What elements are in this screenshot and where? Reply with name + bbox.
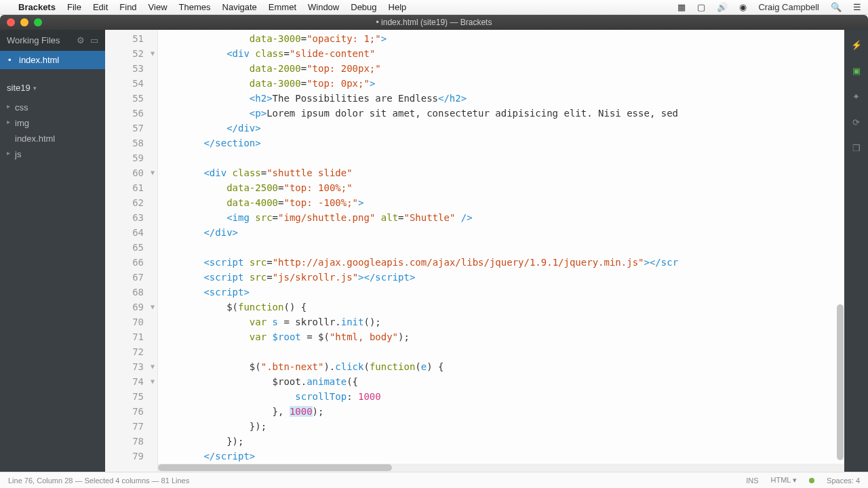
line-gutter: 5152▼5354555657585960▼616263646566676869…: [105, 30, 158, 472]
fold-marker-icon[interactable]: ▼: [151, 165, 155, 180]
film-icon[interactable]: ▦: [677, 2, 686, 12]
gear-icon[interactable]: ⚙: [77, 35, 85, 45]
fold-marker-icon[interactable]: ▼: [151, 46, 155, 61]
app-menu[interactable]: Brackets: [18, 2, 56, 12]
live-preview-icon[interactable]: ⚡: [850, 38, 863, 52]
project-dropdown[interactable]: site19 ▾: [0, 76, 105, 100]
menu-file[interactable]: File: [67, 2, 81, 12]
working-files-header: Working Files ⚙ ▭: [0, 30, 105, 51]
scrollbar-vertical[interactable]: [836, 30, 844, 464]
menu-help[interactable]: Help: [389, 2, 407, 12]
code-editor[interactable]: 5152▼5354555657585960▼616263646566676869…: [105, 30, 844, 472]
split-icon[interactable]: ▭: [90, 35, 98, 45]
tree-item-index-html[interactable]: index.html: [0, 131, 105, 146]
right-toolbar: ⚡ ▣ ✦ ⟳ ❒: [844, 30, 868, 472]
notifications-icon[interactable]: ☰: [853, 2, 861, 12]
menu-window[interactable]: Window: [308, 2, 339, 12]
project-name: site19: [7, 83, 31, 93]
menu-find[interactable]: Find: [119, 2, 136, 12]
user-name[interactable]: Craig Campbell: [758, 2, 819, 12]
wifi-icon[interactable]: ◉: [739, 2, 747, 12]
fold-marker-icon[interactable]: ▼: [151, 374, 155, 389]
tree-item-js[interactable]: js: [0, 146, 105, 162]
status-insert-mode[interactable]: INS: [746, 476, 758, 485]
menu-emmet[interactable]: Emmet: [269, 2, 296, 12]
scrollbar-horizontal[interactable]: [158, 464, 844, 472]
status-language[interactable]: HTML ▾: [770, 476, 797, 485]
fold-marker-icon[interactable]: ▼: [151, 300, 155, 314]
tree-item-css[interactable]: css: [0, 100, 105, 115]
spotlight-icon[interactable]: 🔍: [831, 2, 842, 12]
sidebar: Working Files ⚙ ▭ index.html site19 ▾ cs…: [0, 30, 105, 472]
status-cursor-info: Line 76, Column 28 — Selected 4 columns …: [8, 476, 189, 485]
menu-debug[interactable]: Debug: [351, 2, 376, 12]
menu-navigate[interactable]: Navigate: [222, 2, 257, 12]
window-titlebar: • index.html (site19) — Brackets: [0, 15, 868, 30]
code-area[interactable]: data-3000="opacity: 1;"> <div class="sli…: [158, 30, 844, 472]
menu-view[interactable]: View: [149, 2, 167, 12]
menu-edit[interactable]: Edit: [93, 2, 108, 12]
extension-star-icon[interactable]: ✦: [850, 89, 863, 103]
fold-marker-icon[interactable]: ▼: [151, 359, 155, 374]
extension-sync-icon[interactable]: ⟳: [850, 115, 863, 129]
working-files-label: Working Files: [7, 35, 60, 45]
window-title: • index.html (site19) — Brackets: [0, 18, 868, 27]
tree-item-img[interactable]: img: [0, 115, 105, 131]
extension-lego-icon[interactable]: ▣: [850, 64, 863, 77]
working-file-item[interactable]: index.html: [0, 51, 105, 69]
volume-icon[interactable]: 🔊: [717, 2, 728, 12]
macos-menubar: Brackets File Edit Find View Themes Navi…: [0, 0, 868, 15]
extension-layers-icon[interactable]: ❒: [850, 141, 863, 155]
status-spaces[interactable]: Spaces: 4: [827, 476, 860, 485]
status-bar: Line 76, Column 28 — Selected 4 columns …: [0, 472, 868, 488]
status-linting-indicator[interactable]: [809, 478, 814, 483]
menu-themes[interactable]: Themes: [179, 2, 211, 12]
chevron-down-icon: ▾: [33, 85, 37, 92]
airplay-icon[interactable]: ▢: [697, 2, 705, 12]
